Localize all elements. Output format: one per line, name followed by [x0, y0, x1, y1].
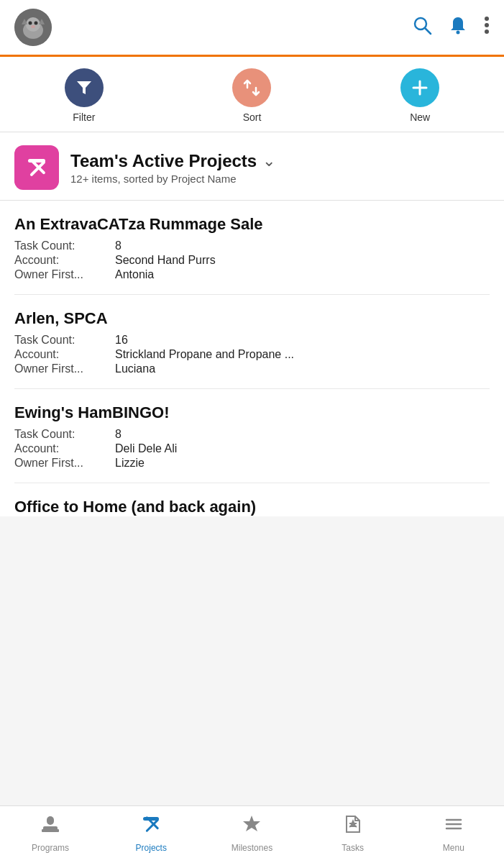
svg-rect-23 [43, 826, 58, 832]
project-task-count-row: Task Count: 16 [14, 334, 490, 347]
account-value: Deli Dele Ali [115, 442, 177, 455]
nav-item-programs[interactable]: Programs [29, 813, 72, 853]
project-account-row: Account: Second Hand Purrs [14, 254, 490, 267]
svg-rect-28 [143, 817, 159, 821]
programs-label: Programs [32, 843, 69, 853]
milestones-label: Milestones [232, 843, 272, 853]
menu-label: Menu [443, 843, 464, 853]
menu-icon [443, 813, 464, 840]
view-header: Team's Active Projects ⌄ 12+ items, sort… [0, 132, 504, 201]
project-owner-row: Owner First... Luciana [14, 362, 490, 375]
chevron-down-icon[interactable]: ⌄ [262, 152, 275, 170]
project-owner-row: Owner First... Antonia [14, 268, 490, 281]
nav-item-milestones[interactable]: Milestones [230, 813, 273, 853]
project-name: An ExtravaCATza Rummage Sale [14, 215, 490, 234]
project-name: Ewing's HamBINGO! [14, 403, 490, 422]
task-count-label: Task Count: [14, 428, 115, 441]
list-item[interactable]: An ExtravaCATza Rummage Sale Task Count:… [14, 201, 490, 295]
task-count-value: 8 [115, 428, 122, 441]
projects-icon [140, 813, 162, 840]
filter-button[interactable]: Filter [65, 68, 104, 123]
nav-item-menu[interactable]: Menu [432, 813, 475, 853]
header [0, 0, 504, 57]
svg-point-5 [29, 22, 32, 25]
svg-marker-14 [77, 81, 91, 94]
account-label: Account: [14, 348, 115, 361]
project-owner-row: Owner First... Lizzie [14, 457, 490, 470]
task-count-label: Task Count: [14, 334, 115, 347]
svg-rect-22 [47, 816, 54, 825]
svg-point-10 [457, 30, 460, 34]
sort-button[interactable]: Sort [232, 68, 271, 123]
list-item[interactable]: Ewing's HamBINGO! Task Count: 8 Account:… [14, 389, 490, 483]
account-label: Account: [14, 442, 115, 455]
owner-label: Owner First... [14, 362, 115, 375]
toolbar: Filter Sort New [0, 57, 504, 132]
more-options-icon[interactable] [484, 16, 490, 39]
sort-label: Sort [243, 111, 262, 123]
programs-icon [40, 813, 61, 840]
svg-point-11 [485, 17, 489, 21]
svg-point-7 [31, 25, 35, 28]
svg-point-12 [485, 23, 489, 27]
list-item[interactable]: Arlen, SPCA Task Count: 16 Account: Stri… [14, 295, 490, 389]
view-title-group: Team's Active Projects ⌄ 12+ items, sort… [70, 151, 275, 185]
task-count-value: 8 [115, 239, 122, 252]
list-item[interactable]: Office to Home (and back again) [14, 483, 490, 516]
svg-point-2 [26, 17, 40, 32]
filter-label: Filter [73, 111, 95, 123]
owner-label: Owner First... [14, 457, 115, 470]
task-count-value: 16 [115, 334, 128, 347]
view-title[interactable]: Team's Active Projects [70, 151, 257, 171]
new-button[interactable]: New [400, 68, 439, 123]
svg-point-6 [35, 22, 38, 25]
project-name: Arlen, SPCA [14, 309, 490, 328]
account-value: Strickland Propane and Propane ... [115, 348, 294, 361]
project-account-row: Account: Deli Dele Ali [14, 442, 490, 455]
project-list: An ExtravaCATza Rummage Sale Task Count:… [0, 201, 504, 516]
owner-value: Luciana [115, 362, 155, 375]
bottom-nav: Programs Projects Milestones [0, 805, 504, 863]
tasks-icon [342, 813, 364, 840]
tasks-label: Tasks [342, 843, 364, 853]
owner-value: Lizzie [115, 457, 145, 470]
svg-rect-24 [42, 829, 45, 832]
svg-rect-26 [146, 818, 160, 832]
owner-value: Antonia [115, 268, 154, 281]
svg-rect-21 [28, 159, 45, 163]
nav-item-projects[interactable]: Projects [129, 813, 173, 853]
project-task-count-row: Task Count: 8 [14, 239, 490, 252]
project-task-count-row: Task Count: 8 [14, 428, 490, 441]
account-value: Second Hand Purrs [115, 254, 216, 267]
header-icons [412, 15, 490, 40]
bell-icon[interactable] [448, 15, 468, 40]
project-name: Office to Home (and back again) [14, 498, 490, 516]
project-account-row: Account: Strickland Propane and Propane … [14, 348, 490, 361]
view-icon [14, 145, 59, 190]
new-label: New [410, 111, 430, 123]
svg-line-9 [425, 28, 431, 34]
account-label: Account: [14, 254, 115, 267]
svg-rect-25 [56, 829, 59, 832]
view-subtitle: 12+ items, sorted by Project Name [70, 173, 275, 185]
milestones-icon [241, 813, 262, 840]
nav-item-tasks[interactable]: Tasks [331, 813, 375, 853]
avatar[interactable] [14, 9, 52, 46]
projects-label: Projects [136, 843, 167, 853]
task-count-label: Task Count: [14, 239, 115, 252]
search-icon[interactable] [412, 15, 432, 40]
owner-label: Owner First... [14, 268, 115, 281]
svg-point-13 [485, 29, 489, 34]
